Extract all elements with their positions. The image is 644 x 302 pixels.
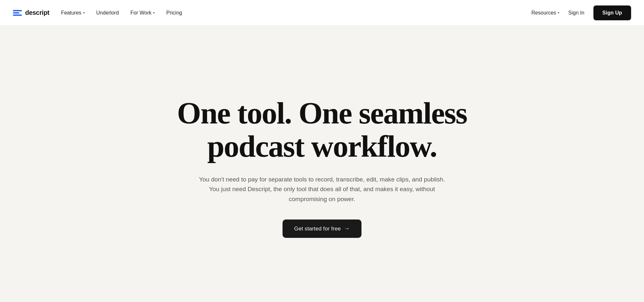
logo-bar-2 <box>13 12 19 14</box>
logo-bar-1 <box>13 10 22 11</box>
hero-section: One tool. One seamless podcast workflow.… <box>0 26 644 302</box>
nav-features[interactable]: Features ▾ <box>61 10 84 16</box>
nav-pricing-label: Pricing <box>166 10 182 16</box>
chevron-down-icon: ▾ <box>153 11 155 15</box>
logo-text: descript <box>25 9 49 16</box>
logo-bar-3 <box>13 15 22 16</box>
logo-icon <box>13 10 22 16</box>
nav-for-work[interactable]: For Work ▾ <box>130 10 155 16</box>
hero-headline: One tool. One seamless podcast workflow. <box>145 96 499 163</box>
chevron-down-icon: ▾ <box>83 11 85 15</box>
nav-pricing[interactable]: Pricing <box>166 10 182 16</box>
nav-underlord[interactable]: Underlord <box>96 10 119 16</box>
nav-for-work-label: For Work <box>130 10 151 16</box>
hero-subtext: You don't need to pay for separate tools… <box>197 175 448 204</box>
sign-in-button[interactable]: Sign In <box>568 10 584 16</box>
nav-resources-label: Resources <box>532 10 556 16</box>
cta-button[interactable]: Get started for free → <box>283 219 361 238</box>
logo[interactable]: descript <box>13 9 49 16</box>
chevron-down-icon: ▾ <box>558 11 559 15</box>
nav-left: descript Features ▾ Underlord For Work ▾… <box>13 9 182 16</box>
cta-label: Get started for free <box>294 226 341 232</box>
navigation: descript Features ▾ Underlord For Work ▾… <box>0 0 644 26</box>
arrow-icon: → <box>344 225 350 232</box>
nav-underlord-label: Underlord <box>96 10 119 16</box>
nav-right: Resources ▾ Sign In Sign Up <box>532 5 631 20</box>
nav-features-label: Features <box>61 10 81 16</box>
sign-up-button[interactable]: Sign Up <box>593 5 631 20</box>
nav-resources[interactable]: Resources ▾ <box>532 10 559 16</box>
